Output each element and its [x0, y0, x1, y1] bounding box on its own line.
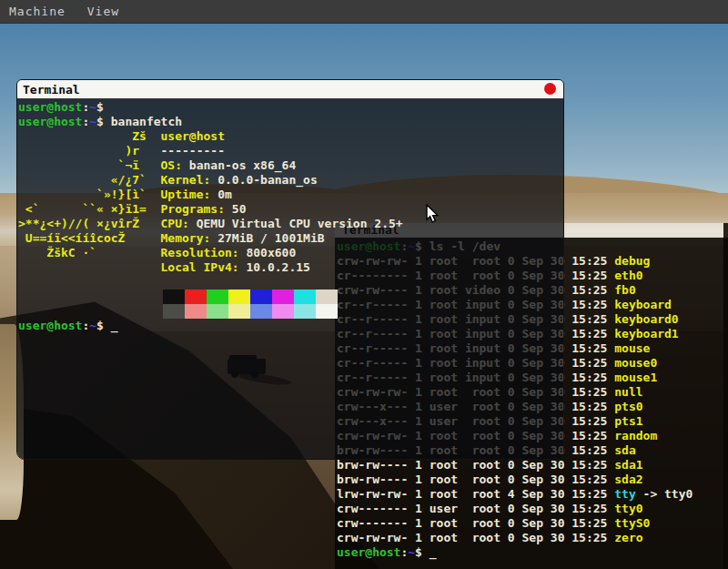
fetch-line: «/¿7` Kernel: 0.0.0-banan_os [18, 173, 563, 188]
palette-swatch [272, 290, 294, 304]
terminal-fetch-screen[interactable]: user@host:~$ user@host:~$ bananfetch Zš … [17, 98, 563, 459]
close-button[interactable] [544, 83, 556, 95]
fetch-line: ŽškC ·` Resolution: 800x600 [18, 246, 563, 260]
ls-row: crw------- 1 user root 0 Sep 30 15:25 tt… [337, 502, 728, 516]
palette-swatch [272, 304, 294, 319]
palette-swatch [316, 290, 338, 304]
fetch-line: `»!}[ì` Uptime: 0m [18, 188, 563, 202]
shell-prompt-line: user@host:~$ _ [18, 319, 563, 333]
menu-item-machine[interactable]: Machine [9, 5, 66, 18]
ls-row: crw------- 1 root root 0 Sep 30 15:25 tt… [337, 516, 728, 531]
ls-row: brw-rw---- 1 root root 0 Sep 30 15:25 sd… [337, 472, 728, 487]
fetch-line: <` ``« ×}ï1= Programs: 50 [18, 202, 563, 217]
ansi-color-palette-row [163, 304, 563, 319]
terminal-window-fetch[interactable]: Terminal user@host:~$ user@host:~$ banan… [16, 79, 564, 460]
palette-swatch [316, 304, 338, 319]
blank-line [18, 275, 563, 290]
palette-swatch [250, 290, 272, 304]
palette-swatch [250, 304, 272, 319]
palette-swatch [294, 290, 316, 304]
fetch-line: )r --------- [18, 144, 563, 158]
fetch-line: U==íï<<ííîcocŽ Memory: 27MiB / 1001MiB [18, 231, 563, 246]
vm-menu-bar: MachineView [0, 0, 728, 24]
palette-swatch [228, 290, 250, 304]
palette-swatch [294, 304, 316, 319]
fetch-line: >**¿<+)//( ×¿vîrŽ CPU: QEMU Virtual CPU … [18, 217, 563, 231]
fetch-line: `¬ï OS: banan-os x86_64 [18, 158, 563, 173]
terminal-fetch-title-bar[interactable]: Terminal [17, 80, 563, 99]
ls-row: lrw-rw-rw- 1 root root 4 Sep 30 15:25 tt… [337, 487, 728, 502]
ansi-color-palette-row [163, 290, 563, 304]
ls-row: brw-rw---- 1 root root 0 Sep 30 15:25 sd… [337, 458, 728, 472]
ls-row: crw-rw-rw- 1 root root 0 Sep 30 15:25 ze… [337, 531, 728, 545]
shell-prompt-line: user@host:~$ bananfetch [18, 115, 563, 129]
shell-prompt-line: user@host:~$ _ [337, 545, 728, 560]
fetch-line: Zš user@host [18, 129, 563, 144]
palette-swatch [185, 290, 207, 304]
window-title: Terminal [23, 83, 80, 97]
palette-swatch [207, 304, 228, 319]
palette-swatch [185, 304, 207, 319]
fetch-line: Local IPv4: 10.0.2.15 [18, 260, 563, 275]
palette-swatch [163, 290, 185, 304]
menu-item-view[interactable]: View [87, 5, 119, 18]
palette-swatch [207, 290, 228, 304]
palette-swatch [163, 304, 185, 319]
shell-prompt-line: user@host:~$ [18, 100, 563, 115]
palette-swatch [228, 304, 250, 319]
mouse-cursor-icon [426, 204, 440, 228]
